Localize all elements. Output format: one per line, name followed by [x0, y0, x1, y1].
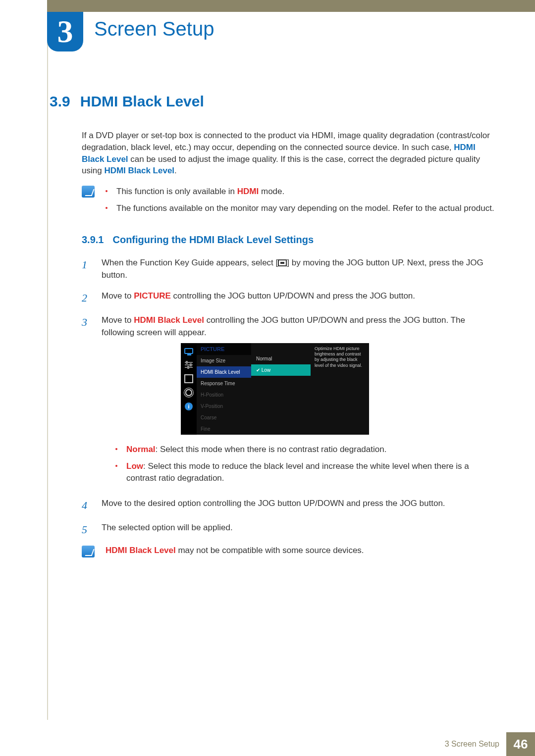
footer-text: 3 Screen Setup	[445, 740, 499, 749]
step-item: 1 When the Function Key Guide appears, s…	[82, 256, 495, 282]
monitor-icon	[183, 346, 194, 356]
osd-description: Optimize HDMI picture brightness and con…	[311, 343, 369, 435]
sliders-icon	[183, 360, 194, 370]
osd-menu-header: PICTURE	[197, 343, 251, 355]
left-rule	[47, 12, 48, 720]
osd-screenshot: i PICTURE Image Size HDMI Black Level Re…	[181, 343, 369, 435]
step-number: 4	[82, 497, 92, 513]
osd-menu-item-disabled: V-Position	[197, 401, 251, 412]
arrows-icon	[183, 374, 194, 384]
chapter-number: 3	[57, 13, 73, 50]
top-bar	[47, 0, 535, 12]
section-title: HDMI Black Level	[80, 93, 204, 110]
osd-option-selected: Low	[251, 364, 311, 376]
step-number: 5	[82, 521, 92, 538]
osd-menu-item: Image Size	[197, 355, 251, 366]
note-icon	[82, 546, 95, 557]
gear-icon	[183, 388, 194, 398]
section-heading: 3.9 HDMI Black Level	[50, 93, 495, 110]
subsection-title: Configuring the HDMI Black Level Setting…	[112, 234, 314, 246]
mode-item: Normal: Select this mode when there is n…	[115, 444, 495, 455]
step-item: 2 Move to PICTURE controlling the JOG bu…	[82, 290, 495, 306]
note-item: The functions available on the monitor m…	[106, 202, 495, 214]
intro-paragraph: If a DVD player or set-top box is connec…	[82, 130, 495, 177]
osd-menu-item-disabled: Fine	[197, 423, 251, 435]
osd-options: Normal Low	[251, 343, 311, 435]
menu-icon	[278, 259, 287, 266]
subsection-heading: 3.9.1 Configuring the HDMI Black Level S…	[82, 234, 495, 246]
subsection-number: 3.9.1	[82, 234, 104, 246]
osd-menu: PICTURE Image Size HDMI Black Level Resp…	[197, 343, 251, 435]
note-item: This function is only available in HDMI …	[106, 186, 495, 198]
step-item: 3 Move to HDMI Black Level controlling t…	[82, 314, 495, 489]
mode-item: Low: Select this mode to reduce the blac…	[115, 460, 495, 484]
step-number: 3	[82, 314, 92, 489]
page-number: 46	[506, 732, 535, 756]
osd-menu-item-disabled: Coarse	[197, 412, 251, 423]
osd-menu-item: Response Time	[197, 378, 251, 389]
info-icon: i	[183, 402, 194, 411]
note-block: HDMI Black Level may not be compatible w…	[82, 546, 495, 557]
step-number: 1	[82, 256, 92, 282]
step-item: 5 The selected option will be applied.	[82, 521, 495, 538]
note-block: This function is only available in HDMI …	[82, 186, 495, 219]
note-icon	[82, 186, 95, 198]
note-list: This function is only available in HDMI …	[106, 186, 495, 219]
page-footer: 3 Screen Setup 46	[47, 732, 535, 756]
step-item: 4 Move to the desired option controlling…	[82, 497, 495, 513]
osd-menu-item-disabled: H-Position	[197, 389, 251, 401]
chapter-title: Screen Setup	[94, 18, 214, 40]
osd-sidebar: i	[181, 343, 197, 435]
osd-option: Normal	[251, 353, 311, 364]
section-number: 3.9	[50, 93, 70, 110]
osd-menu-item-selected: HDMI Black Level	[197, 366, 251, 378]
mode-list: Normal: Select this mode when there is n…	[115, 444, 495, 484]
chapter-badge: 3	[47, 12, 83, 51]
step-number: 2	[82, 290, 92, 306]
page-content: 3.9 HDMI Black Level If a DVD player or …	[50, 93, 495, 569]
note-text: HDMI Black Level may not be compatible w…	[106, 546, 364, 557]
steps-list: 1 When the Function Key Guide appears, s…	[82, 256, 495, 538]
